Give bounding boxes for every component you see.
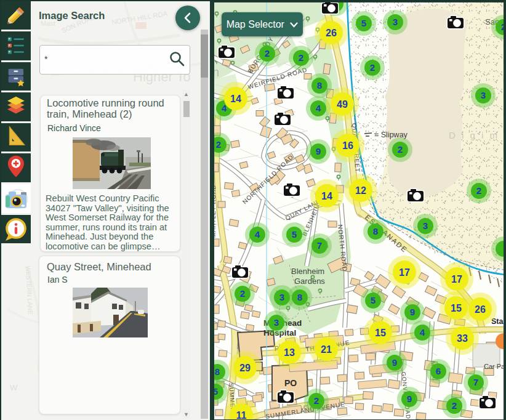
svg-text:Gardens: Gardens <box>294 277 325 286</box>
svg-text:2: 2 <box>314 395 319 406</box>
svg-text:2: 2 <box>476 185 481 196</box>
svg-text:2: 2 <box>299 52 303 63</box>
svg-text:15: 15 <box>375 328 386 338</box>
svg-text:8: 8 <box>297 292 302 302</box>
svg-text:9: 9 <box>392 357 397 368</box>
svg-text:6: 6 <box>436 366 441 376</box>
svg-text:3: 3 <box>423 220 428 231</box>
svg-text:W: W <box>10 383 18 392</box>
svg-text:2: 2 <box>398 144 403 155</box>
svg-text:17: 17 <box>451 274 462 285</box>
svg-text:29: 29 <box>239 363 251 373</box>
svg-text:5: 5 <box>371 295 375 305</box>
svg-text:21: 21 <box>321 344 332 355</box>
svg-text:14: 14 <box>321 191 332 201</box>
svg-text:2: 2 <box>265 48 270 59</box>
svg-text:14: 14 <box>230 94 241 104</box>
svg-text:8: 8 <box>373 226 378 236</box>
svg-text:7: 7 <box>317 240 322 251</box>
svg-text:12: 12 <box>355 185 366 196</box>
svg-text:2: 2 <box>370 62 375 73</box>
svg-text:2: 2 <box>452 400 457 411</box>
svg-text:3: 3 <box>279 292 284 302</box>
svg-text:15: 15 <box>451 303 462 313</box>
svg-text:3: 3 <box>393 17 398 27</box>
svg-text:11: 11 <box>236 410 247 420</box>
svg-text:26: 26 <box>475 304 486 315</box>
svg-text:5: 5 <box>361 18 366 28</box>
svg-text:PO: PO <box>284 378 297 388</box>
svg-text:Car Pa: Car Pa <box>484 363 505 370</box>
svg-text:49: 49 <box>337 99 348 110</box>
svg-text:9: 9 <box>410 307 415 317</box>
svg-text:7: 7 <box>473 377 478 387</box>
svg-text:9: 9 <box>316 146 321 156</box>
svg-text:3: 3 <box>274 317 279 328</box>
svg-text:8: 8 <box>317 80 322 91</box>
svg-text:D i g i m a: D i g i m a <box>449 130 506 140</box>
svg-text:2: 2 <box>216 139 221 150</box>
svg-text:Blenheim: Blenheim <box>291 267 324 276</box>
svg-text:4: 4 <box>420 327 425 337</box>
svg-text:9: 9 <box>407 394 412 404</box>
svg-text:8: 8 <box>215 366 220 377</box>
svg-text:3: 3 <box>481 90 486 100</box>
svg-text:4: 4 <box>316 103 321 113</box>
svg-text:5: 5 <box>292 229 297 240</box>
svg-text:4: 4 <box>255 229 260 240</box>
svg-text:26: 26 <box>326 28 337 38</box>
svg-text:17: 17 <box>399 267 410 278</box>
svg-text:2: 2 <box>240 288 245 299</box>
svg-text:16: 16 <box>342 140 353 151</box>
svg-text:13: 13 <box>284 347 295 358</box>
svg-text:33: 33 <box>457 333 468 344</box>
